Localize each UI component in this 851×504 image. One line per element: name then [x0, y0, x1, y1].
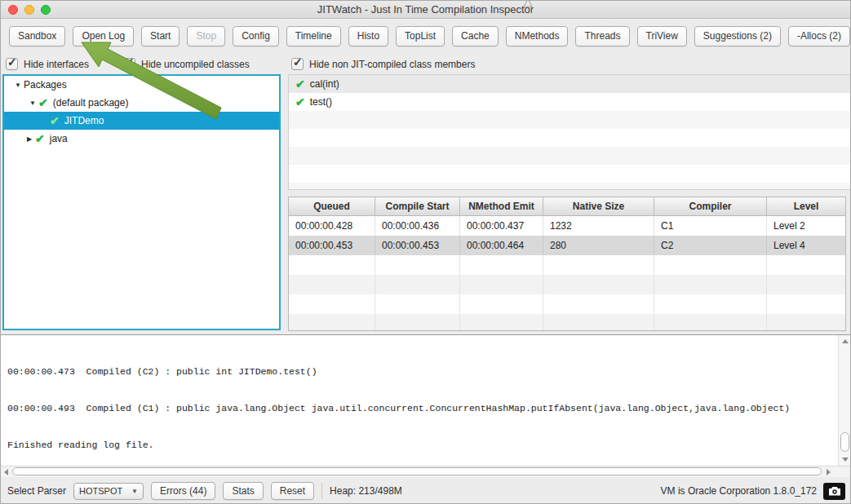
status-bar: Select Parser HOTSPOT ▼ Errors (44) Stat…	[1, 477, 851, 504]
horizontal-scroll-thumb[interactable]	[12, 467, 822, 475]
tree-item-label: java	[50, 133, 68, 144]
tree-item-label: JITDemo	[64, 115, 104, 126]
compilations-table[interactable]: Queued Compile Start NMethod Emit Native…	[288, 197, 846, 331]
divider	[321, 483, 322, 499]
cell-compile-start: 00:00:00.453	[375, 236, 460, 255]
hide-interfaces-filter[interactable]: ✓ Hide interfaces	[6, 58, 89, 70]
stop-button: Stop	[187, 26, 225, 46]
timeline-button[interactable]: Timeline	[286, 26, 341, 46]
tree-item-label: Packages	[24, 79, 67, 91]
empty-table-row	[289, 275, 845, 294]
open-log-button[interactable]: Open Log	[73, 26, 134, 46]
vertical-scrollbar[interactable]	[838, 335, 851, 466]
config-button[interactable]: Config	[233, 26, 279, 46]
sandbox-button[interactable]: Sandbox	[9, 26, 65, 46]
stats-button[interactable]: Stats	[223, 482, 263, 500]
member-label: cal(int)	[310, 78, 339, 90]
scroll-down-icon[interactable]	[842, 458, 849, 462]
log-line: 00:00:00.473 Compiled (C2) : public int …	[7, 365, 835, 378]
compiled-check-icon: ✔	[295, 78, 305, 90]
main-toolbar: Sandbox Open Log Start Stop Config Timel…	[1, 19, 850, 53]
log-line: Finished reading log file.	[7, 439, 835, 451]
tree-item-packages[interactable]: ▼ Packages	[4, 76, 279, 94]
cell-compile-start: 00:00:00.436	[375, 216, 460, 236]
errors-button[interactable]: Errors (44)	[151, 482, 215, 500]
nmethods-button[interactable]: NMethods	[506, 26, 569, 46]
hide-uncompiled-filter[interactable]: ✓ Hide uncompiled classes	[123, 58, 250, 70]
vertical-scroll-thumb[interactable]	[840, 432, 849, 452]
vm-label: VM is Oracle Corporation 1.8.0_172	[661, 485, 817, 497]
hide-non-jit-label: Hide non JIT-compiled class members	[309, 59, 475, 70]
cell-compiler: C2	[654, 236, 767, 255]
chevron-down-icon: ▼	[131, 488, 138, 495]
table-row[interactable]: 00:00:00.453 00:00:00.453 00:00:00.464 2…	[289, 236, 845, 255]
member-label: test()	[310, 96, 332, 108]
tree-item-default-package[interactable]: ▼ ✔ (default package)	[4, 94, 279, 112]
column-header-queued[interactable]: Queued	[289, 197, 375, 215]
scroll-right-icon[interactable]	[827, 469, 831, 475]
compiled-check-icon: ✔	[35, 133, 45, 144]
cell-queued: 00:00:00.453	[289, 236, 375, 255]
checkmark-icon: ✓	[293, 55, 303, 69]
start-button[interactable]: Start	[141, 26, 180, 46]
collapse-arrow-icon[interactable]: ▼	[12, 82, 24, 89]
heap-label: Heap: 213/498M	[330, 485, 402, 497]
hide-non-jit-filter[interactable]: ✓ Hide non JIT-compiled class members	[291, 58, 475, 70]
hide-interfaces-label: Hide interfaces	[24, 59, 89, 70]
select-parser-label: Select Parser	[7, 485, 66, 497]
cache-button[interactable]: Cache	[452, 26, 499, 46]
toplist-button[interactable]: TopList	[396, 26, 445, 46]
hide-interfaces-checkbox[interactable]: ✓	[6, 58, 18, 70]
member-item-test[interactable]: ✔ test()	[289, 93, 851, 111]
package-tree[interactable]: ▼ Packages ▼ ✔ (default package) ✔ JITDe…	[2, 74, 281, 330]
column-header-level[interactable]: Level	[767, 197, 845, 215]
reset-button[interactable]: Reset	[271, 482, 314, 500]
threads-button[interactable]: Threads	[575, 26, 629, 46]
allocs-button[interactable]: -Allocs (2)	[788, 26, 850, 46]
hide-uncompiled-checkbox[interactable]: ✓	[123, 58, 135, 70]
class-members-list[interactable]: ✔ cal(int) ✔ test()	[288, 74, 851, 190]
screenshot-button[interactable]	[823, 483, 845, 500]
table-header-row: Queued Compile Start NMethod Emit Native…	[289, 197, 845, 216]
parser-value: HOTSPOT	[79, 486, 122, 496]
table-row[interactable]: 00:00:00.428 00:00:00.436 00:00:00.437 1…	[289, 216, 845, 236]
scroll-left-icon[interactable]	[4, 469, 8, 475]
cell-native-size: 1232	[543, 216, 654, 236]
camera-icon	[828, 486, 841, 496]
parser-select[interactable]: HOTSPOT ▼	[73, 483, 144, 500]
tree-item-label: (default package)	[53, 97, 129, 108]
jitwatch-window: JITWatch - Just In Time Compilation Insp…	[0, 0, 851, 504]
empty-table-row	[289, 314, 845, 331]
cell-queued: 00:00:00.428	[289, 216, 375, 236]
horizontal-scrollbar[interactable]	[1, 466, 851, 477]
title-bar: JITWatch - Just In Time Compilation Insp…	[1, 1, 850, 19]
checkmark-icon: ✓	[125, 55, 135, 69]
suggestions-button[interactable]: Suggestions (2)	[694, 26, 781, 46]
triview-button[interactable]: TriView	[637, 26, 687, 46]
compiled-check-icon: ✔	[38, 97, 48, 108]
column-header-native-size[interactable]: Native Size	[543, 197, 654, 215]
tree-item-java[interactable]: ▶ ✔ java	[4, 130, 279, 148]
histo-button[interactable]: Histo	[348, 26, 388, 46]
collapse-arrow-icon[interactable]: ▼	[27, 99, 38, 107]
log-line: 00:00:00.493 Compiled (C1) : public java…	[7, 402, 835, 414]
empty-table-row	[289, 255, 845, 275]
tree-item-jitdemo[interactable]: ✔ JITDemo	[4, 112, 279, 130]
hide-non-jit-checkbox[interactable]: ✓	[291, 58, 304, 70]
scroll-up-icon[interactable]	[842, 339, 849, 343]
window-title: JITWatch - Just In Time Compilation Insp…	[1, 3, 850, 15]
member-item-cal[interactable]: ✔ cal(int)	[289, 75, 851, 93]
log-output-area[interactable]: 00:00:00.473 Compiled (C2) : public int …	[1, 334, 851, 466]
empty-table-row	[289, 294, 845, 314]
cell-nmethod-emit: 00:00:00.437	[460, 216, 543, 236]
column-header-nmethod-emit[interactable]: NMethod Emit	[460, 197, 543, 215]
compiled-check-icon: ✔	[50, 115, 60, 126]
compiled-check-icon: ✔	[295, 96, 305, 108]
column-header-compiler[interactable]: Compiler	[654, 197, 767, 215]
empty-list-rows	[289, 111, 851, 190]
cell-nmethod-emit: 00:00:00.464	[460, 236, 543, 255]
column-header-compile-start[interactable]: Compile Start	[375, 197, 460, 215]
cell-level: Level 2	[767, 216, 845, 236]
cell-compiler: C1	[654, 216, 767, 236]
expand-arrow-icon[interactable]: ▶	[24, 135, 35, 143]
